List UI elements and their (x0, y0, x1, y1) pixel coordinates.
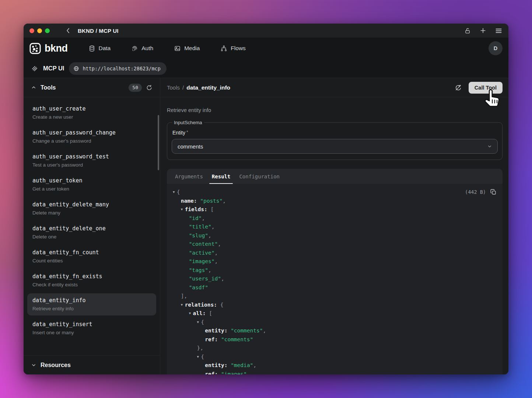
traffic-lights (29, 28, 50, 33)
nav-item-auth[interactable]: Auth (127, 42, 158, 55)
tool-name: auth_user_password_test (32, 153, 151, 160)
collapse-toggle-icon[interactable]: ▼ (189, 309, 193, 318)
tools-section-header[interactable]: Tools 50 (24, 78, 160, 97)
nav-item-flows[interactable]: Flows (216, 42, 250, 55)
tabs: Arguments Result Configuration (167, 169, 503, 184)
tool-list-item-auth_user_token[interactable]: auth_user_tokenGet a user token (27, 174, 156, 196)
tool-description: Count entities (32, 258, 151, 263)
nav-label: Auth (141, 45, 153, 52)
json-line: ], (173, 292, 497, 301)
maximize-window-button[interactable] (45, 28, 50, 33)
required-mark: * (186, 130, 188, 135)
tool-list-item-auth_user_create[interactable]: auth_user_createCreate a new user (27, 102, 156, 124)
app-header: bknd Data Auth (24, 38, 508, 59)
tools-section-title: Tools (41, 84, 56, 91)
fingerprint-icon (131, 45, 138, 52)
minimize-window-button[interactable] (37, 28, 42, 33)
json-line: ▼{ (173, 318, 497, 327)
main-nav: Data Auth Media (84, 42, 262, 55)
lock-open-icon[interactable] (464, 27, 471, 34)
sidebar-scrollbar-thumb[interactable] (158, 115, 159, 170)
json-line: "asdf" (173, 283, 497, 292)
json-line: "title", (173, 223, 497, 231)
collapse-toggle-icon[interactable]: ▼ (173, 188, 177, 197)
nav-label: Data (99, 45, 111, 52)
tool-list-item-auth_user_password_change[interactable]: auth_user_password_changeChange a user's… (27, 126, 156, 148)
json-line: "id", (173, 214, 497, 223)
user-avatar[interactable]: D (489, 41, 503, 55)
resources-section-header[interactable]: Resources (24, 355, 160, 374)
collapse-toggle-icon[interactable]: ▼ (181, 301, 185, 310)
json-line: entity: "comments", (173, 327, 497, 335)
page-title: MCP UI (43, 65, 64, 72)
json-line: "content", (173, 240, 497, 249)
collapse-toggle-icon[interactable]: ▼ (197, 318, 201, 327)
refresh-icon[interactable] (146, 84, 153, 91)
json-line: ▼all: [ (173, 309, 497, 318)
tool-name: data_entity_delete_one (32, 225, 151, 232)
copy-icon[interactable] (490, 189, 497, 195)
call-tool-button[interactable]: Call Tool (469, 82, 503, 94)
input-schema-fieldset: InputSchema Entity* comments (167, 120, 503, 160)
chevron-down-icon (31, 362, 36, 368)
menu-icon[interactable] (495, 27, 503, 35)
nav-item-data[interactable]: Data (84, 42, 115, 55)
workflow-icon (220, 45, 227, 52)
database-icon (88, 45, 95, 52)
breadcrumb-separator: / (182, 84, 184, 91)
tool-description: Insert one or many (32, 330, 151, 335)
close-window-button[interactable] (29, 28, 34, 33)
breadcrumb-current: data_entity_info (186, 84, 230, 91)
tools-list: auth_user_createCreate a new userauth_us… (24, 97, 160, 355)
breadcrumb-section[interactable]: Tools (167, 84, 180, 91)
tool-name: data_entity_fn_count (32, 249, 151, 256)
json-line: "active", (173, 249, 497, 258)
tool-list-item-data_entity_info[interactable]: data_entity_infoRetrieve entity info (27, 293, 156, 315)
tool-list-item-auth_user_password_test[interactable]: auth_user_password_testTest a user's pas… (27, 150, 156, 172)
json-line: ref: "comments" (173, 335, 497, 344)
collapse-toggle-icon[interactable]: ▼ (181, 205, 185, 214)
entity-select[interactable]: comments (172, 139, 498, 154)
result-size-label: (442 B) (465, 189, 486, 195)
tab-arguments[interactable]: Arguments (172, 169, 206, 184)
window-title: BKND / MCP UI (78, 28, 119, 34)
tool-list-item-data_entity_delete_one[interactable]: data_entity_delete_oneDelete one (27, 221, 156, 244)
nav-item-media[interactable]: Media (169, 42, 204, 55)
brand-name: bknd (45, 43, 68, 54)
app-window: BKND / MCP UI bknd (24, 24, 508, 374)
tool-list-item-data_entity_delete_many[interactable]: data_entity_delete_manyDelete many (27, 198, 156, 220)
tool-description: Test a user's password (32, 162, 151, 168)
server-url-pill[interactable]: http://localhost:28623/mcp (69, 62, 166, 75)
globe-icon (73, 66, 79, 71)
json-line: "tags", (173, 266, 497, 275)
json-line: "images", (173, 257, 497, 266)
tool-description: Retrieve entity info (32, 306, 151, 311)
tool-name: auth_user_token (32, 177, 151, 184)
tools-count-badge: 50 (129, 84, 142, 92)
breadcrumb: Tools / data_entity_info (167, 84, 230, 91)
json-line: "slug", (173, 231, 497, 240)
tool-list-item-data_entity_insert[interactable]: data_entity_insertInsert one or many (27, 317, 156, 339)
tools-sidebar: Tools 50 auth_user_createCreate a new us… (24, 78, 160, 374)
json-line: entity: "media", (173, 361, 497, 370)
json-line: ref: "images" (173, 370, 497, 375)
image-icon (174, 45, 181, 52)
bknd-logo[interactable]: bknd (29, 43, 68, 54)
tab-configuration[interactable]: Configuration (236, 169, 283, 184)
json-line: ▼{ (173, 188, 497, 197)
mcp-icon (31, 65, 38, 72)
tool-name: auth_user_password_change (32, 129, 151, 136)
resources-section-title: Resources (41, 362, 71, 369)
auto-call-off-icon[interactable] (455, 84, 462, 91)
back-icon[interactable] (64, 27, 72, 34)
result-panel: Arguments Result Configuration (442 B) (167, 169, 503, 374)
tool-list-item-data_entity_fn_count[interactable]: data_entity_fn_countCount entities (27, 245, 156, 268)
tool-name: auth_user_create (32, 105, 151, 112)
tool-list-item-data_entity_fn_exists[interactable]: data_entity_fn_existsCheck if entity exi… (27, 269, 156, 291)
tab-result[interactable]: Result (209, 169, 234, 184)
bknd-logo-icon (29, 43, 41, 54)
desktop-wallpaper: BKND / MCP UI bknd (0, 0, 532, 398)
new-tab-icon[interactable] (479, 27, 487, 34)
collapse-toggle-icon[interactable]: ▼ (197, 353, 201, 362)
json-line: "users_id", (173, 275, 497, 283)
